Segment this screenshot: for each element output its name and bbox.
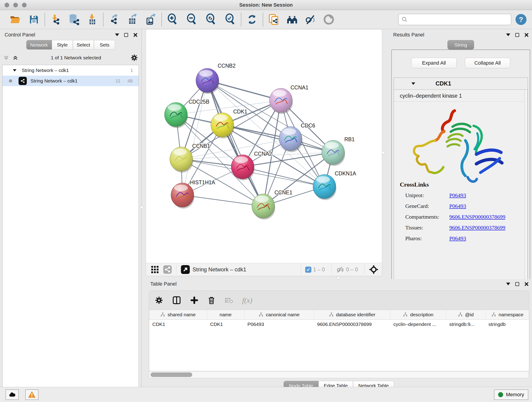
node-label-CCNB2: CCNB2: [218, 63, 235, 69]
export-image-icon[interactable]: [145, 13, 157, 26]
network-options-gear-icon[interactable]: [130, 54, 138, 62]
table-options-gear-icon[interactable]: [155, 296, 163, 305]
collapse-all-button[interactable]: Collapse All: [465, 58, 510, 68]
cell-description[interactable]: cyclin–dependent ...: [390, 319, 446, 329]
warnings-button[interactable]: [25, 389, 38, 400]
cell-id[interactable]: stringdb:9...: [446, 319, 485, 329]
network-node-CCNA1[interactable]: [269, 88, 293, 114]
add-column-plus-icon[interactable]: [190, 296, 199, 305]
network-node-CCNA2[interactable]: [231, 155, 254, 180]
tab-sets[interactable]: Sets: [94, 40, 115, 50]
panel-float-icon[interactable]: [124, 33, 128, 37]
zoom-out-icon[interactable]: [186, 13, 198, 26]
panel-float-icon[interactable]: [515, 33, 519, 37]
selected-checkbox-icon[interactable]: [305, 267, 311, 273]
crosslink-link[interactable]: 9606.ENSP00000378699: [449, 225, 505, 231]
refresh-icon[interactable]: [246, 13, 258, 26]
tab-style[interactable]: Style: [52, 40, 73, 50]
help-button[interactable]: ?: [515, 14, 526, 25]
network-row-label: String Network – cdk1: [31, 78, 77, 84]
tab-network[interactable]: Network: [26, 40, 52, 50]
zoom-selected-icon[interactable]: [224, 13, 236, 26]
expand-all-button[interactable]: Expand All: [411, 58, 457, 68]
network-canvas[interactable]: CCNB2CCNA1CDC25BCDK1CDC6RB1CCNB1CCNA2CDK…: [146, 29, 382, 263]
export-network-icon[interactable]: [108, 13, 120, 26]
gene-collapse-icon[interactable]: [412, 82, 415, 85]
share-network-icon[interactable]: [163, 265, 172, 274]
network-node-RB1[interactable]: [322, 140, 345, 166]
expand-all-chevron-icon[interactable]: [12, 55, 18, 61]
crosslink-link[interactable]: P06493: [449, 203, 466, 209]
network-node-HIST1H1A[interactable]: [171, 183, 194, 209]
crosslink-link[interactable]: P06493: [449, 192, 466, 198]
splitter-handle[interactable]: [140, 206, 143, 209]
import-network-database-icon[interactable]: [68, 13, 80, 26]
results-scrollbar[interactable]: [525, 89, 528, 296]
hide-selected-glasses-icon[interactable]: [304, 13, 317, 26]
panel-close-icon[interactable]: [133, 33, 137, 37]
save-session-icon[interactable]: [28, 13, 40, 26]
tree-expander-icon[interactable]: [13, 69, 16, 71]
col-id[interactable]: @id: [446, 310, 485, 319]
cell-namespace[interactable]: stringdb: [485, 319, 529, 329]
search-icon: [401, 16, 408, 23]
search-input[interactable]: [410, 17, 508, 22]
node-table[interactable]: shared name name canonical name database…: [149, 310, 529, 371]
table-horizontal-scrollbar[interactable]: [149, 371, 529, 378]
collapse-all-chevron-icon[interactable]: [3, 55, 9, 61]
panel-menu-icon[interactable]: [115, 33, 119, 36]
scrollbar-thumb[interactable]: [151, 372, 192, 377]
delete-column-trash-icon[interactable]: [207, 296, 215, 304]
col-database-identifier[interactable]: database identifier: [314, 310, 390, 319]
panel-close-icon[interactable]: [524, 282, 528, 286]
tab-string[interactable]: String: [447, 40, 474, 50]
network-row-selected[interactable]: String Network – cdk1 11 48: [2, 76, 139, 86]
col-name[interactable]: name: [207, 310, 244, 319]
network-node-CDK1[interactable]: [211, 113, 234, 138]
cloud-icon: [8, 391, 16, 399]
open-session-icon[interactable]: [9, 13, 21, 26]
memory-button[interactable]: Memory: [494, 389, 528, 400]
col-description[interactable]: description: [390, 310, 446, 319]
network-node-CDC25B[interactable]: [165, 102, 188, 128]
open-in-window-icon[interactable]: [181, 265, 190, 274]
panel-menu-icon[interactable]: [506, 283, 510, 285]
col-canonical-name[interactable]: canonical name: [244, 310, 314, 319]
show-all-eye-icon[interactable]: [323, 13, 335, 26]
import-network-file-icon[interactable]: [50, 13, 62, 26]
panel-float-icon[interactable]: [515, 282, 519, 286]
network-column-icon: [491, 312, 496, 317]
cell-canonical-name[interactable]: P06493: [244, 319, 314, 329]
birdseye-grid-icon[interactable]: [151, 265, 159, 274]
tab-select[interactable]: Select: [73, 40, 94, 50]
toolbar-separator: [263, 13, 263, 26]
import-table-file-icon[interactable]: [86, 13, 98, 26]
crosslink-link[interactable]: 9606.ENSP00000378699: [449, 214, 505, 220]
network-node-CCNB2[interactable]: [196, 68, 219, 94]
splitter-handle[interactable]: [337, 276, 340, 279]
table-header-row[interactable]: shared name name canonical name database…: [149, 310, 529, 319]
panel-menu-icon[interactable]: [506, 33, 510, 36]
network-node-CCNE1[interactable]: [252, 194, 275, 220]
panel-close-icon[interactable]: [524, 33, 528, 37]
export-table-icon[interactable]: [127, 13, 138, 26]
table-row[interactable]: CDK1 CDK1 P06493 9606.ENSP00000378699 cy…: [149, 319, 529, 329]
crosslink-link[interactable]: P06493: [449, 235, 466, 242]
string-protein-query-icon[interactable]: [268, 13, 280, 26]
splitter-handle[interactable]: [382, 151, 385, 154]
gene-card-header[interactable]: CDK1: [394, 78, 528, 89]
cloud-status-button[interactable]: [6, 389, 19, 400]
homology-icon[interactable]: [286, 13, 298, 26]
cell-shared-name[interactable]: CDK1: [149, 319, 207, 329]
col-shared-name[interactable]: shared name: [149, 310, 207, 319]
fit-selected-crosshair-icon[interactable]: [369, 264, 379, 274]
network-node-CCNB1[interactable]: [170, 147, 193, 172]
show-columns-icon[interactable]: [172, 296, 181, 305]
zoom-in-icon[interactable]: [167, 13, 178, 26]
network-node-CDKN1A[interactable]: [313, 174, 336, 200]
network-collection-row[interactable]: String Network – cdk1 1: [2, 65, 139, 76]
cell-name[interactable]: CDK1: [207, 319, 244, 329]
zoom-fit-icon[interactable]: [205, 13, 217, 26]
col-namespace[interactable]: namespace: [485, 310, 529, 319]
cell-database-identifier[interactable]: 9606.ENSP00000378699: [314, 319, 390, 329]
